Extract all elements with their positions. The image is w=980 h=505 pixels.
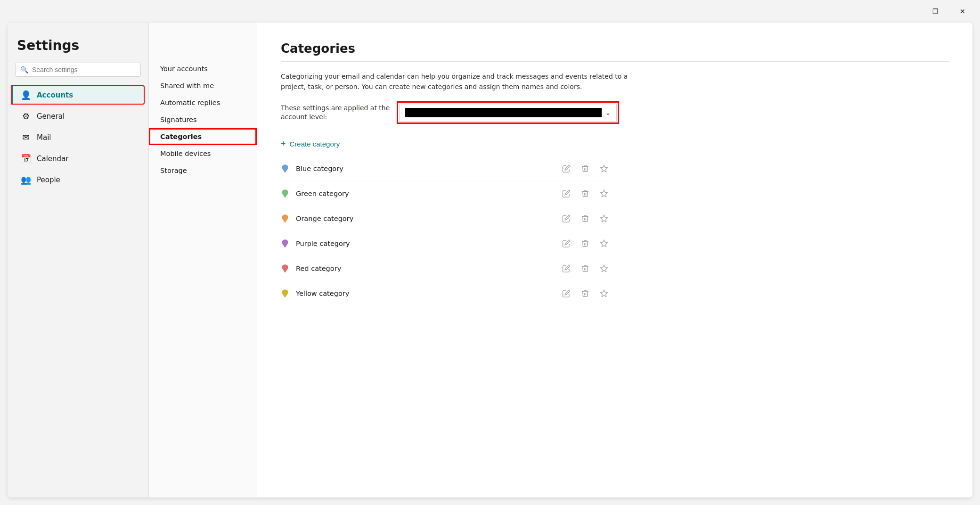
settings-title: Settings: [8, 38, 148, 63]
svg-marker-4: [601, 265, 608, 271]
main-content: Categories Categorizing your email and c…: [257, 23, 972, 497]
search-box[interactable]: 🔍: [15, 63, 141, 77]
delete-icon-yellow[interactable]: [579, 287, 592, 300]
edit-icon-blue[interactable]: [560, 162, 573, 175]
create-category-label: Create category: [290, 140, 340, 148]
subnav-your-accounts[interactable]: Your accounts: [149, 60, 257, 77]
category-actions-green: [560, 187, 611, 200]
dropdown-chevron-icon: ⌄: [605, 109, 611, 116]
svg-marker-0: [601, 165, 608, 171]
category-actions-red: [560, 262, 611, 275]
accounts-subnav: Your accounts Shared with me Automatic r…: [149, 23, 257, 497]
edit-icon-red[interactable]: [560, 262, 573, 275]
category-color-icon-yellow: [281, 289, 290, 298]
page-title: Categories: [281, 41, 949, 62]
subnav-storage[interactable]: Storage: [149, 162, 257, 179]
category-name-orange: Orange category: [296, 215, 554, 222]
svg-marker-1: [601, 190, 608, 196]
account-level-label: These settings are applied at theaccount…: [281, 104, 390, 122]
delete-icon-blue[interactable]: [579, 162, 592, 175]
mail-icon: ✉️: [21, 132, 31, 142]
sidebar-item-accounts-label: Accounts: [37, 91, 73, 99]
category-name-purple: Purple category: [296, 240, 554, 247]
title-bar: — ❐ ✕: [0, 0, 980, 23]
account-dropdown-text: [405, 108, 601, 117]
category-actions-orange: [560, 212, 611, 225]
delete-icon-green[interactable]: [579, 187, 592, 200]
category-name-blue: Blue category: [296, 165, 554, 172]
delete-icon-red[interactable]: [579, 262, 592, 275]
category-actions-blue: [560, 162, 611, 175]
list-item: Purple category: [281, 231, 611, 256]
account-dropdown-wrapper[interactable]: ⌄: [399, 104, 617, 122]
sidebar-item-mail-label: Mail: [37, 133, 51, 142]
category-name-yellow: Yellow category: [296, 290, 554, 297]
svg-marker-3: [601, 240, 608, 246]
subnav-automatic-replies[interactable]: Automatic replies: [149, 94, 257, 111]
minimize-button[interactable]: —: [894, 3, 922, 20]
sidebar-item-calendar[interactable]: 📅 Calendar: [11, 149, 145, 168]
close-button[interactable]: ✕: [949, 3, 976, 20]
star-icon-red[interactable]: [597, 262, 611, 275]
subnav-shared-with-me[interactable]: Shared with me: [149, 77, 257, 94]
subnav-categories[interactable]: Categories: [149, 128, 257, 145]
svg-marker-2: [601, 215, 608, 221]
list-item: Yellow category: [281, 281, 611, 306]
list-item: Orange category: [281, 206, 611, 231]
category-actions-yellow: [560, 287, 611, 300]
search-input[interactable]: [32, 66, 136, 73]
general-icon: ⚙️: [21, 111, 31, 121]
edit-icon-orange[interactable]: [560, 212, 573, 225]
delete-icon-orange[interactable]: [579, 212, 592, 225]
people-icon: 👥: [21, 175, 31, 185]
account-dropdown[interactable]: ⌄: [400, 104, 616, 121]
delete-icon-purple[interactable]: [579, 237, 592, 250]
app-window: Settings 🔍 👤 Accounts ⚙️ General ✉️ Mail…: [8, 23, 972, 497]
sidebar-item-people-label: People: [37, 176, 60, 184]
list-item: Green category: [281, 181, 611, 206]
maximize-button[interactable]: ❐: [922, 3, 949, 20]
settings-sidebar: Settings 🔍 👤 Accounts ⚙️ General ✉️ Mail…: [8, 23, 149, 497]
edit-icon-yellow[interactable]: [560, 287, 573, 300]
star-icon-blue[interactable]: [597, 162, 611, 175]
category-name-red: Red category: [296, 265, 554, 272]
calendar-icon: 📅: [21, 154, 31, 163]
subnav-mobile-devices[interactable]: Mobile devices: [149, 145, 257, 162]
category-color-icon-green: [281, 189, 290, 198]
edit-icon-green[interactable]: [560, 187, 573, 200]
list-item: Red category: [281, 256, 611, 281]
category-color-icon-orange: [281, 214, 290, 223]
category-color-icon-blue: [281, 164, 290, 173]
sidebar-item-accounts[interactable]: 👤 Accounts: [11, 85, 145, 105]
svg-marker-5: [601, 290, 608, 296]
categories-description: Categorizing your email and calendar can…: [281, 71, 639, 92]
star-icon-purple[interactable]: [597, 237, 611, 250]
sidebar-item-general[interactable]: ⚙️ General: [11, 106, 145, 126]
sidebar-item-general-label: General: [37, 112, 65, 121]
star-icon-yellow[interactable]: [597, 287, 611, 300]
sidebar-item-people[interactable]: 👥 People: [11, 170, 145, 189]
subnav-signatures[interactable]: Signatures: [149, 111, 257, 128]
category-actions-purple: [560, 237, 611, 250]
category-color-icon-red: [281, 264, 290, 273]
plus-icon: +: [281, 139, 286, 149]
edit-icon-purple[interactable]: [560, 237, 573, 250]
star-icon-green[interactable]: [597, 187, 611, 200]
star-icon-orange[interactable]: [597, 212, 611, 225]
create-category-button[interactable]: + Create category: [281, 135, 340, 153]
sidebar-item-calendar-label: Calendar: [37, 155, 68, 163]
category-name-green: Green category: [296, 190, 554, 197]
category-color-icon-purple: [281, 239, 290, 248]
list-item: Blue category: [281, 156, 611, 181]
search-icon: 🔍: [20, 66, 28, 73]
sidebar-item-mail[interactable]: ✉️ Mail: [11, 128, 145, 147]
account-level-row: These settings are applied at theaccount…: [281, 104, 949, 122]
category-list: Blue category Gree: [281, 156, 611, 306]
accounts-icon: 👤: [21, 90, 31, 100]
